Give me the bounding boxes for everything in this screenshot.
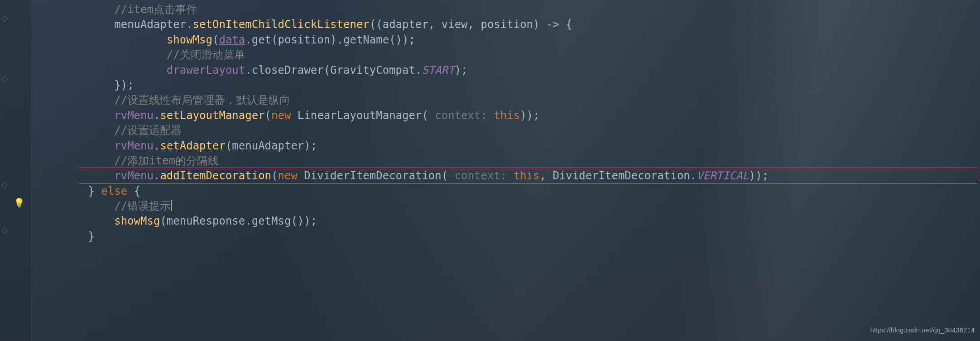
code-editor[interactable]: //item点击事件 menuAdapter.setOnItemChildCli…	[32, 2, 769, 244]
code-token: ,	[468, 18, 481, 31]
code-token: showMsg	[167, 34, 212, 46]
code-token: this	[494, 109, 520, 122]
code-line[interactable]: //设置线性布局管理器，默认是纵向	[32, 93, 769, 108]
code-token: position	[278, 34, 331, 46]
intention-bulb-icon[interactable]: 💡	[14, 196, 25, 211]
fold-marker-icon[interactable]	[1, 15, 8, 22]
fold-marker-icon[interactable]	[1, 76, 8, 82]
code-token: ).getName());	[330, 34, 415, 46]
code-token: });	[114, 79, 134, 91]
code-token: menuAdapter	[114, 18, 186, 31]
code-token: //错误提示	[114, 200, 171, 212]
code-token: //关闭滑动菜单	[167, 48, 245, 61]
code-token: setAdapter	[160, 139, 226, 152]
code-line[interactable]: //错误提示	[32, 199, 769, 214]
code-token: }	[88, 230, 94, 243]
code-token: }	[88, 185, 101, 197]
code-line[interactable]: } else {	[32, 184, 769, 199]
code-line[interactable]: //添加item的分隔线	[32, 154, 769, 168]
editor-gutter: 💡	[0, 0, 32, 341]
code-token: setLayoutManager	[160, 109, 264, 122]
code-token: //设置线性布局管理器，默认是纵向	[114, 94, 290, 106]
code-line[interactable]: drawerLayout.closeDrawer(GravityCompat.S…	[32, 63, 769, 78]
code-token: );	[455, 64, 468, 77]
code-line[interactable]: rvMenu.addItemDecoration(new DividerItem…	[32, 168, 769, 183]
code-token: rvMenu	[114, 109, 154, 122]
code-token: data	[219, 34, 245, 46]
code-token: ((	[370, 18, 383, 31]
code-token: .	[186, 18, 192, 31]
fold-marker-icon[interactable]	[1, 182, 8, 188]
code-token: ,	[428, 18, 442, 31]
code-token: ));	[520, 109, 539, 122]
code-token: (menuAdapter);	[226, 139, 317, 152]
code-line[interactable]: });	[32, 78, 769, 93]
code-token: .	[154, 109, 160, 122]
code-token: new	[278, 169, 304, 182]
text-caret	[171, 200, 172, 211]
code-token: view	[442, 18, 468, 31]
code-token: addItemDecoration	[160, 169, 271, 182]
code-token: context:	[435, 109, 494, 122]
code-token: adapter	[383, 18, 428, 31]
code-token: DividerItemDecoration(	[304, 169, 454, 182]
code-token: (	[212, 34, 219, 46]
code-token: position	[480, 18, 533, 31]
code-token: else	[101, 185, 127, 197]
code-token: .closeDrawer(GravityCompat.	[245, 64, 422, 77]
code-token: //设置适配器	[114, 124, 182, 137]
code-token: ) -> {	[533, 18, 572, 31]
code-token: START	[422, 64, 454, 77]
code-line[interactable]: //item点击事件	[32, 2, 769, 17]
code-token: rvMenu	[114, 139, 154, 152]
code-token: setOnItemChildClickListener	[193, 18, 370, 31]
code-token: //添加item的分隔线	[114, 154, 219, 167]
code-token: this	[514, 169, 540, 182]
code-line[interactable]: showMsg(menuResponse.getMsg());	[32, 214, 769, 229]
code-token: ));	[749, 169, 769, 182]
code-token: (	[265, 109, 271, 122]
code-token: {	[127, 185, 140, 197]
code-token: VERTICAL	[697, 169, 749, 182]
code-token: .	[154, 139, 160, 152]
code-token: .get(	[245, 34, 278, 46]
code-token: showMsg	[114, 215, 160, 227]
fold-marker-icon[interactable]	[1, 227, 8, 234]
code-token: .	[154, 169, 160, 182]
code-token: (	[271, 169, 278, 182]
code-line[interactable]: menuAdapter.setOnItemChildClickListener(…	[32, 17, 769, 32]
code-token: //item点击事件	[114, 3, 197, 16]
code-token: rvMenu	[114, 169, 154, 182]
code-token: new	[271, 109, 298, 122]
code-token: context:	[455, 169, 514, 182]
code-line[interactable]: //关闭滑动菜单	[32, 48, 769, 62]
code-line[interactable]: rvMenu.setLayoutManager(new LinearLayout…	[32, 108, 769, 123]
watermark-text: https://blog.csdn.net/qq_38436214	[870, 322, 975, 337]
code-line[interactable]: }	[32, 229, 769, 244]
code-token: , DividerItemDecoration.	[539, 169, 697, 182]
code-line[interactable]: //设置适配器	[32, 123, 769, 138]
code-line[interactable]: showMsg(data.get(position).getName());	[32, 33, 769, 48]
code-line[interactable]: rvMenu.setAdapter(menuAdapter);	[32, 139, 769, 154]
code-token: drawerLayout	[167, 64, 245, 77]
code-token: (menuResponse.getMsg());	[160, 215, 317, 227]
code-token: LinearLayoutManager(	[298, 109, 435, 122]
